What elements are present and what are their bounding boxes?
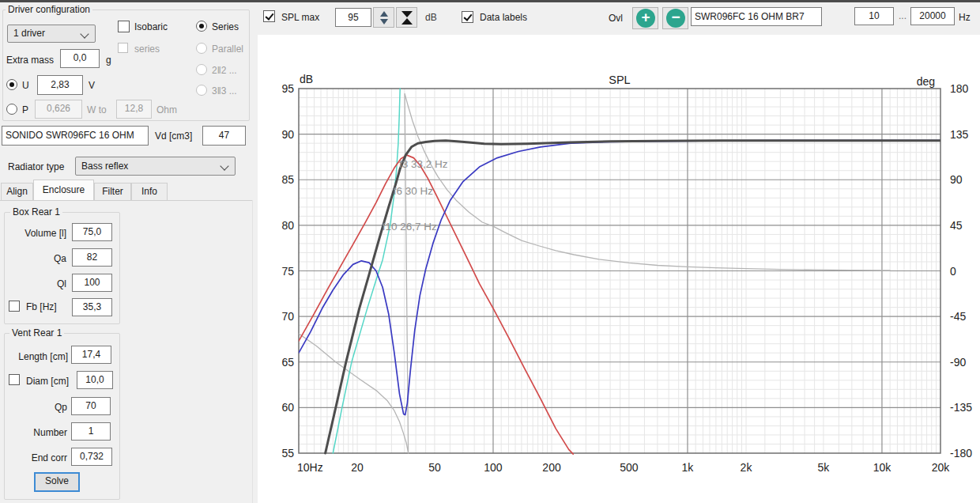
y-left-tick: 95 [281, 82, 294, 95]
x-tick: 20k [932, 461, 951, 474]
chart-title: SPL [609, 74, 630, 86]
y-right-tick: 45 [950, 219, 963, 232]
x-tick: 200 [542, 461, 561, 474]
y-right-tick: -90 [950, 356, 966, 369]
x-tick: 5k [818, 461, 831, 474]
x-tick: 10Hz [297, 461, 323, 474]
y-left-axis-title: dB [300, 73, 313, 85]
series-phase-deg [299, 93, 890, 453]
y-left-tick: 90 [281, 128, 294, 141]
x-tick: 20 [351, 461, 364, 474]
y-right-tick: -45 [950, 310, 966, 323]
data-label: f10 26,7 Hz [383, 221, 437, 233]
x-tick: 10k [873, 461, 892, 474]
x-tick: 1k [682, 461, 695, 474]
y-right-tick: 180 [950, 82, 969, 95]
data-label: f3 33,2 Hz [399, 158, 448, 170]
y-right-tick: 0 [950, 265, 956, 278]
spl-chart: f3 33,2 Hzf6 30 Hzf10 26,7 Hz95908580757… [0, 0, 980, 503]
series-port-spl [299, 155, 573, 454]
y-left-tick: 85 [281, 173, 294, 186]
x-tick: 50 [428, 461, 441, 474]
x-tick: 2k [741, 461, 753, 474]
y-left-tick: 80 [281, 219, 294, 232]
x-tick: 100 [484, 461, 503, 474]
x-tick: 500 [620, 461, 639, 474]
y-right-tick: 135 [950, 128, 969, 141]
y-right-tick: -180 [950, 447, 972, 460]
y-right-axis-title: deg [917, 75, 935, 88]
y-right-tick: 90 [950, 173, 963, 186]
y-left-tick: 70 [281, 310, 294, 323]
data-label: f6 30 Hz [394, 185, 434, 197]
y-left-tick: 60 [281, 401, 294, 414]
y-left-tick: 75 [281, 265, 294, 278]
y-left-tick: 55 [281, 447, 294, 460]
y-left-tick: 65 [281, 356, 294, 369]
y-right-tick: -135 [950, 401, 972, 414]
